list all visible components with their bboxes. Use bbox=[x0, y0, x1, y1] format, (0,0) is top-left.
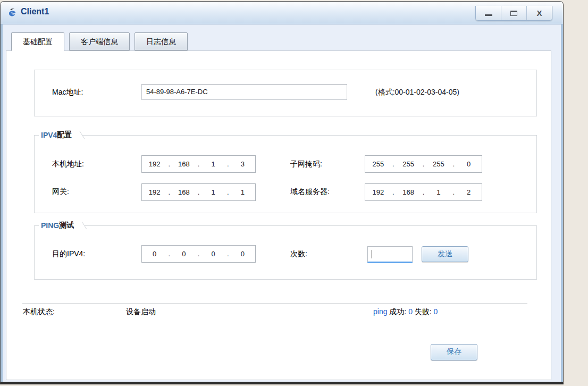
ip-dot: . bbox=[422, 188, 426, 196]
ip-octet: 168 bbox=[171, 188, 196, 196]
maximize-icon bbox=[510, 11, 517, 16]
window-controls: X bbox=[475, 6, 552, 21]
minimize-button[interactable] bbox=[476, 6, 501, 20]
ip-octet: 192 bbox=[142, 160, 167, 168]
ip-octet: 1 bbox=[230, 188, 255, 196]
ip-dot: . bbox=[167, 160, 171, 168]
ip-octet: 168 bbox=[171, 160, 196, 168]
ip-octet: 255 bbox=[426, 160, 452, 168]
mac-address-input[interactable]: 54-89-98-A6-7E-DC bbox=[141, 84, 347, 100]
ping-fail-label: 失败: bbox=[415, 307, 432, 316]
local-address-label: 本机地址: bbox=[52, 160, 84, 169]
ip-dot: . bbox=[451, 188, 456, 196]
tab-bar: 基础配置 客户端信息 日志信息 bbox=[11, 32, 188, 51]
gateway-input[interactable]: 192.168.1.1 bbox=[141, 183, 256, 201]
maximize-button[interactable] bbox=[501, 6, 526, 20]
ip-octet: 1 bbox=[201, 160, 226, 168]
ipv4-groupbox: IPV4 配置 本机地址: 192.168.1.3 子网掩码: 255.255.… bbox=[34, 135, 537, 213]
ipv4-group-title: IPV4 配置 bbox=[39, 130, 82, 140]
ip-octet: 3 bbox=[230, 160, 255, 168]
client-window: Client1 X 基础配置 客户端信息 日志信息 Mac地址: 54-89-9… bbox=[0, 1, 564, 384]
ip-octet: 2 bbox=[456, 188, 482, 196]
status-separator bbox=[22, 304, 527, 304]
mac-address-label: Mac地址: bbox=[52, 88, 83, 97]
ip-dot: . bbox=[226, 188, 230, 196]
ensp-app-icon bbox=[7, 7, 18, 18]
ip-dot: . bbox=[391, 160, 396, 168]
ip-dot: . bbox=[167, 188, 171, 196]
host-status-label: 本机状态: bbox=[23, 307, 55, 317]
tab-client-info[interactable]: 客户端信息 bbox=[69, 32, 130, 51]
ping-dest-input[interactable]: 0.0.0.0 bbox=[141, 245, 256, 263]
ping-word: ping bbox=[373, 307, 387, 316]
gateway-label: 网关: bbox=[52, 187, 69, 197]
ping-group-title: PING 测试 bbox=[39, 220, 85, 231]
ip-dot: . bbox=[197, 160, 201, 168]
save-button[interactable]: 保存 bbox=[431, 344, 477, 360]
close-button[interactable]: X bbox=[526, 6, 552, 20]
ping-fail-value: 0 bbox=[434, 307, 438, 316]
ip-octet: 192 bbox=[365, 188, 391, 196]
ping-count-input[interactable] bbox=[367, 246, 413, 263]
ip-dot: . bbox=[226, 250, 230, 258]
ping-group-title-suffix: 测试 bbox=[59, 221, 74, 230]
title-bar[interactable]: Client1 X bbox=[1, 2, 563, 24]
ip-dot: . bbox=[197, 250, 201, 258]
ping-dest-label: 目的IPV4: bbox=[52, 249, 85, 259]
ip-octet: 0 bbox=[456, 160, 482, 168]
dns-server-label: 域名服务器: bbox=[290, 187, 330, 197]
host-status-value: 设备启动 bbox=[126, 307, 156, 317]
ip-dot: . bbox=[197, 188, 201, 196]
ip-dot: . bbox=[422, 160, 426, 168]
subnet-mask-label: 子网掩码: bbox=[290, 160, 322, 169]
ip-dot: . bbox=[391, 188, 396, 196]
ping-success-value: 0 bbox=[408, 307, 413, 316]
mac-groupbox: Mac地址: 54-89-98-A6-7E-DC (格式:00-01-02-03… bbox=[34, 70, 537, 116]
ip-octet: 255 bbox=[396, 160, 422, 168]
local-address-input[interactable]: 192.168.1.3 bbox=[141, 155, 256, 173]
group-title-slant bbox=[73, 222, 87, 229]
ip-octet: 255 bbox=[365, 160, 391, 168]
subnet-mask-input[interactable]: 255.255.255.0 bbox=[365, 155, 482, 173]
tab-basic-config[interactable]: 基础配置 bbox=[11, 32, 64, 51]
ping-success-label: 成功: bbox=[389, 307, 406, 316]
ping-group-title-prefix: PING bbox=[41, 221, 59, 230]
ping-stats: ping 成功: 0 失败: 0 bbox=[373, 307, 438, 317]
ip-dot: . bbox=[167, 250, 171, 258]
tab-log-info[interactable]: 日志信息 bbox=[135, 32, 188, 51]
close-icon: X bbox=[536, 9, 542, 17]
ipv4-group-title-prefix: IPV4 bbox=[41, 131, 57, 139]
text-cursor bbox=[372, 250, 372, 258]
ip-octet: 0 bbox=[201, 250, 226, 258]
basic-config-panel: Mac地址: 54-89-98-A6-7E-DC (格式:00-01-02-03… bbox=[6, 51, 551, 380]
ip-octet: 0 bbox=[171, 250, 196, 258]
group-title-slant bbox=[71, 131, 85, 139]
ip-octet: 0 bbox=[230, 250, 255, 258]
ip-dot: . bbox=[451, 160, 456, 168]
ip-octet: 1 bbox=[426, 188, 452, 196]
ip-octet: 168 bbox=[396, 188, 422, 196]
send-button[interactable]: 发送 bbox=[422, 246, 468, 262]
ip-octet: 192 bbox=[142, 188, 167, 196]
minimize-icon bbox=[485, 14, 492, 16]
mac-format-hint: (格式:00-01-02-03-04-05) bbox=[375, 88, 459, 97]
ip-octet: 1 bbox=[201, 188, 226, 196]
ipv4-group-title-suffix: 配置 bbox=[57, 130, 72, 140]
ping-groupbox: PING 测试 目的IPV4: 0.0.0.0 次数: 发送 bbox=[34, 225, 537, 280]
window-title: Client1 bbox=[21, 7, 49, 16]
ip-dot: . bbox=[226, 160, 230, 168]
dns-server-input[interactable]: 192.168.1.2 bbox=[365, 183, 482, 201]
ping-count-label: 次数: bbox=[290, 249, 307, 259]
ip-octet: 0 bbox=[142, 250, 167, 258]
